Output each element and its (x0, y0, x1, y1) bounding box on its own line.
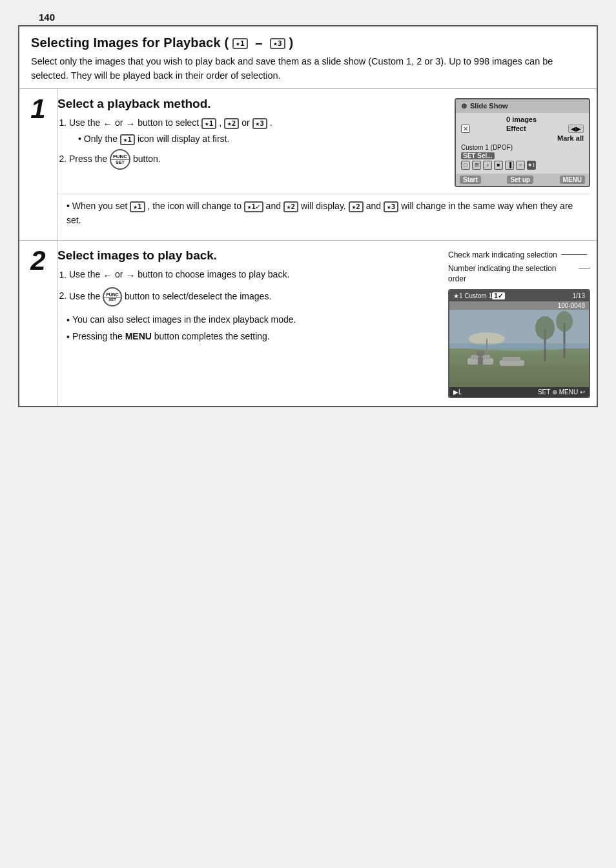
cs-set-label: SET Sel... (461, 152, 495, 159)
step2-item2: Use the FUNC SET button to select/desele… (69, 287, 436, 307)
cs2-footer: ▶L SET ⊕ MENU ↩ (449, 387, 589, 397)
cs-effect-val: Effect (506, 125, 526, 132)
callout2-line (579, 268, 590, 268)
cs-icon6: ○ (516, 161, 525, 170)
step1-sub1: • Only the ★1 icon will display at first… (78, 132, 436, 146)
cs-header: ⊕ Slide Show (456, 99, 589, 113)
callout2-text: Number indicating the selection order (448, 263, 575, 284)
cs-footer-setup: Set up (507, 176, 533, 184)
cs2-footer-left: ▶L (453, 389, 462, 396)
step1-content: Select a playback method. Use the ← or →… (57, 89, 597, 240)
icon-star3: ★3 (252, 118, 267, 129)
step1-body: Use the ← or → button to select ★1 , ★2 … (57, 116, 436, 170)
cs-footer: Start Set up MENU (456, 174, 589, 186)
step2-item1: Use the ← or → button to choose images t… (69, 268, 436, 283)
step2-right-panel: Check mark indicating selection Number i… (448, 250, 590, 398)
step2-bullet2: • Pressing the MENU button completes the… (67, 330, 436, 345)
icon-star1v-note: ★1✓ (244, 201, 263, 212)
cs2-topleft: ★1 Custom 1 (453, 292, 492, 299)
bullet-dot1: • (67, 314, 70, 328)
cs-custom-label: Custom 1 (DPOF) (461, 144, 513, 151)
step2-number-col: 2 (19, 241, 57, 406)
cs-icon4: ■ (494, 161, 503, 170)
step2-section: 2 Select images to play back. Use the ← … (19, 241, 597, 406)
step2-body: Use the ← or → button to choose images t… (57, 268, 436, 345)
cs2-topright: 1/13 (569, 292, 585, 299)
intro-text: Select only the images that you wish to … (31, 54, 585, 83)
icon-star1-only: ★1 (120, 134, 135, 145)
cs-slideshow-icon: ⊕ (461, 102, 467, 110)
svg-point-10 (535, 316, 555, 339)
step2-bullet1: • You can also select images in the inde… (67, 313, 436, 328)
icon-star2-note: ★2 (283, 201, 298, 212)
cs-icon3: ♪ (483, 161, 492, 170)
cs-footer-start: Start (460, 176, 481, 184)
step2-callouts: Check mark indicating selection Number i… (448, 250, 590, 284)
cs-icon5: ▐ (505, 161, 514, 170)
cs-effect-label: ✕ (461, 125, 506, 132)
step1-camera-screen: ⊕ Slide Show 0 images ✕ (455, 98, 590, 187)
callout1-text: Check mark indicating selection (448, 250, 557, 260)
arrow-left-icon: ← (103, 116, 112, 131)
cs2-photo-overlay (449, 348, 589, 387)
cs2-topmid: 1✓ (492, 292, 505, 299)
icon-star3-title: ★3 (270, 38, 285, 49)
step1-section: 1 Select a playback method. Use the ← or… (19, 89, 597, 241)
step1-number: 1 (30, 96, 45, 123)
cs2-file-label: 100-0048 (449, 301, 589, 310)
step2-inner: Select images to play back. Use the ← or… (57, 248, 590, 398)
page-number: 140 (0, 0, 616, 25)
header-section: Selecting Images for Playback ( ★1 – ★3 … (19, 26, 597, 89)
step1-text-col: Select a playback method. Use the ← or →… (57, 97, 442, 187)
icon-star2-note2: ★2 (349, 201, 364, 212)
step1-item1: Use the ← or → button to select ★1 , ★2 … (69, 116, 436, 146)
cs-footer-menu: MENU (560, 176, 585, 184)
cs-row-images: 0 images (461, 116, 584, 123)
bullet-dot2: • (67, 330, 70, 345)
callout1-line (561, 254, 587, 255)
step1-inner: Select a playback method. Use the ← or →… (57, 97, 590, 187)
cs-body: 0 images ✕ Effect ◀▶ Mark all (456, 113, 589, 174)
icon-star3-note: ★3 (384, 201, 398, 212)
cs-icon2: ⊞ (472, 161, 481, 170)
cs-icon-row: □ ⊞ ♪ ■ ▐ ○ ★1 (461, 161, 584, 170)
cs2-footer-right: SET ⊕ MENU ↩ (538, 389, 585, 396)
cs2-photo (449, 310, 589, 387)
step2-bullets: • You can also select images in the inde… (57, 313, 436, 345)
cs-icon1: □ (461, 161, 470, 170)
cs-row-setsel: SET Sel... (461, 152, 584, 159)
step2-camera-screen: ★1 Custom 1 1✓ 1/13 100-0048 (448, 289, 590, 398)
step2-number: 2 (30, 247, 45, 274)
arrow-right-icon: → (125, 116, 135, 131)
step1-image-col: ⊕ Slide Show 0 images ✕ (442, 97, 590, 187)
step1-note: • When you set ★1 , the icon will change… (57, 194, 590, 232)
main-content-box: Selecting Images for Playback ( ★1 – ★3 … (18, 25, 598, 407)
svg-rect-13 (449, 343, 589, 348)
step2-arrow-right: → (125, 268, 135, 283)
step2-bullet2-text: Pressing the MENU button completes the s… (72, 330, 270, 344)
cs-row-custom: Custom 1 (DPOF) (461, 144, 584, 151)
step1-title: Select a playback method. (57, 97, 436, 111)
cs-icon7: ★1 (527, 161, 536, 170)
cs-row-markall: Mark all (461, 134, 584, 142)
cs-markall-val: Mark all (557, 134, 584, 142)
cs-slideshow-label: Slide Show (470, 102, 508, 110)
menu-bold: MENU (125, 331, 152, 341)
step2-bullet1-text: You can also select images in the index … (72, 313, 296, 327)
page-title: Selecting Images for Playback ( ★1 – ★3 … (31, 35, 585, 50)
cs-row-effect: ✕ Effect ◀▶ (461, 125, 584, 133)
step2-func-btn: FUNC SET (103, 287, 122, 307)
callout2: Number indicating the selection order (448, 263, 590, 284)
step2-content: Select images to play back. Use the ← or… (57, 241, 597, 406)
svg-point-12 (556, 311, 573, 332)
icon-star1: ★1 (201, 118, 216, 129)
cs-images-val: 0 images (506, 116, 537, 123)
step2-text-col: Select images to play back. Use the ← or… (57, 248, 442, 398)
func-set-button: FUNC SET (110, 149, 130, 170)
step2-title: Select images to play back. (57, 248, 436, 263)
cs2-topbar: ★1 Custom 1 1✓ 1/13 (449, 290, 589, 301)
icon-star2: ★2 (224, 118, 239, 129)
step1-number-col: 1 (19, 89, 57, 240)
callout1: Check mark indicating selection (448, 250, 590, 260)
step2-image-col: Check mark indicating selection Number i… (442, 248, 590, 398)
